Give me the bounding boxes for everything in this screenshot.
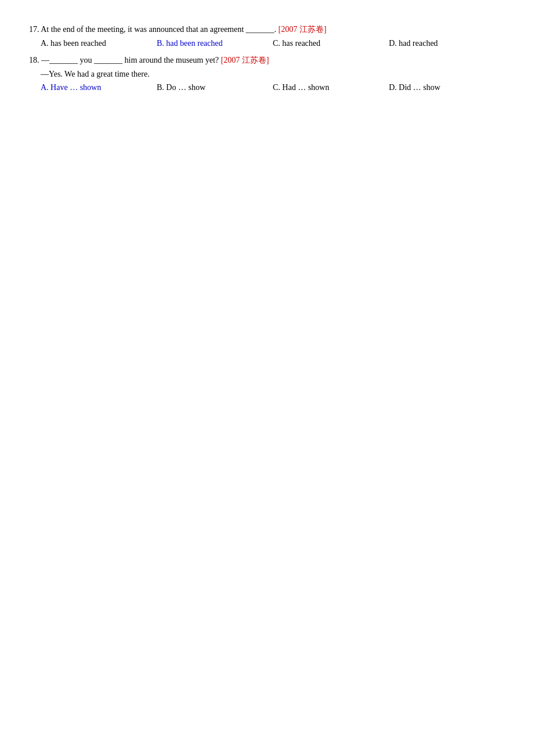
- option-18-3: D. Did … show: [389, 81, 505, 94]
- correct-answer: A. Have … shown: [41, 83, 101, 92]
- option-18-0: A. Have … shown: [41, 81, 157, 94]
- source-17: [2007 江苏卷]: [279, 25, 327, 34]
- question-sub-18: —Yes. We had a great time there.: [41, 68, 505, 81]
- correct-answer: B. had been reached: [157, 39, 223, 48]
- question-text-17: 17. At the end of the meeting, it was an…: [29, 23, 505, 36]
- option-17-3: D. had reached: [389, 37, 505, 50]
- question-17: 17. At the end of the meeting, it was an…: [29, 23, 505, 51]
- option-17-1: B. had been reached: [157, 37, 273, 50]
- options-row-18: A. Have … shownB. Do … showC. Had … show…: [41, 81, 505, 94]
- options-row-17: A. has been reachedB. had been reachedC.…: [41, 37, 505, 50]
- option-17-0: A. has been reached: [41, 37, 157, 50]
- option-18-1: B. Do … show: [157, 81, 273, 94]
- question-text-18: 18. —_______ you _______ him around the …: [29, 54, 505, 67]
- option-18-2: C. Had … shown: [273, 81, 389, 94]
- question-18: 18. —_______ you _______ him around the …: [29, 54, 505, 94]
- option-17-2: C. has reached: [273, 37, 389, 50]
- source-18: [2007 江苏卷]: [221, 56, 269, 64]
